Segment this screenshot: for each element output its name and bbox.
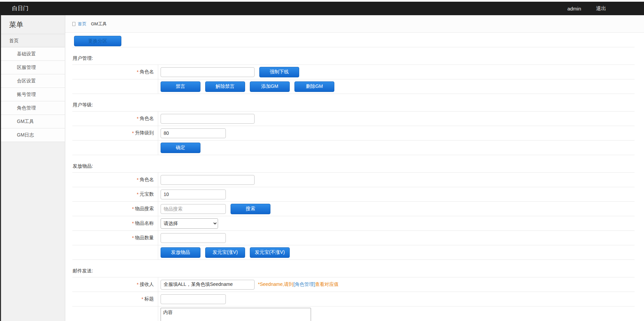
- sidebar: 菜单 首页 基础设置区服管理合区设置账号管理角色管理GM工具GM日志: [0, 15, 65, 321]
- add-gm-button[interactable]: 添加GM: [250, 81, 290, 92]
- mail-content-textarea[interactable]: [161, 308, 311, 321]
- target-level-input[interactable]: [161, 128, 226, 138]
- breadcrumb-home-link[interactable]: 首页: [78, 21, 87, 27]
- topbar-username[interactable]: admin: [567, 6, 581, 11]
- required-asterisk: *: [137, 192, 139, 197]
- required-asterisk: *: [132, 206, 134, 212]
- logout-link[interactable]: 退出: [596, 5, 606, 12]
- field-content: 禁言解除禁言添加GM删除GM: [158, 79, 635, 94]
- section-grant-items: 发放物品:*角色名*元宝数*物品搜索搜索*物品名称请选择*物品数量发放物品发元宝…: [72, 163, 635, 260]
- form-row: *物品搜索搜索: [72, 202, 635, 216]
- grant-yuanbao-novip-button[interactable]: 发元宝(不涨V): [250, 247, 290, 258]
- field-label: [72, 245, 158, 260]
- field-content: [158, 292, 635, 306]
- sidebar-item-role-management[interactable]: 角色管理: [1, 101, 65, 115]
- seedname-hint: *Seedname,请到[角色管理]查看对应值: [258, 281, 339, 288]
- unmute-button[interactable]: 解除禁言: [205, 81, 245, 92]
- sidebar-item-basic-settings[interactable]: 基础设置: [1, 47, 65, 61]
- field-label: [72, 306, 158, 321]
- sidebar-item-gm-logs[interactable]: GM日志: [1, 128, 65, 142]
- required-asterisk: *: [137, 116, 139, 121]
- field-content: 发放物品发元宝(涨V)发元宝(不涨V): [158, 245, 635, 260]
- delete-gm-button[interactable]: 删除GM: [294, 81, 334, 92]
- field-content: [158, 126, 635, 140]
- topbar: 白日门 admin 退出: [0, 2, 644, 15]
- field-label: *角色名: [72, 65, 158, 79]
- grant-item-button[interactable]: 发放物品: [161, 247, 200, 258]
- field-content: [158, 231, 635, 245]
- field-label: *元宝数: [72, 187, 158, 201]
- main-content: 首页 GM工具 更换分区 用户管理:*角色名强制下线禁言解除禁言添加GM删除GM…: [65, 15, 644, 321]
- section-title-grant-items: 发放物品:: [73, 163, 635, 169]
- mail-recipient-input[interactable]: [161, 280, 255, 290]
- toolbar: 更换分区: [72, 36, 635, 47]
- field-content: [158, 112, 635, 126]
- sidebar-item-account-management[interactable]: 账号管理: [1, 88, 65, 101]
- sidebar-item-home[interactable]: 首页: [1, 34, 65, 47]
- required-asterisk: *: [137, 282, 139, 287]
- form-row: *角色名强制下线: [72, 65, 635, 79]
- field-content: [158, 187, 635, 201]
- section-title-user-management: 用户管理:: [73, 55, 635, 61]
- breadcrumb: 首页 GM工具: [65, 15, 644, 33]
- section-title-user-level: 用户等级:: [73, 102, 635, 108]
- required-asterisk: *: [142, 296, 143, 302]
- item-role-name-input[interactable]: [161, 175, 255, 185]
- field-label: *物品名称: [72, 216, 158, 230]
- yuanbao-amount-input[interactable]: [161, 190, 226, 199]
- breadcrumb-current: GM工具: [91, 21, 107, 27]
- ban-role-name-input[interactable]: [161, 67, 255, 77]
- mute-button[interactable]: 禁言: [161, 81, 200, 92]
- change-zone-button[interactable]: 更换分区: [74, 36, 121, 46]
- field-content: 确定: [158, 141, 635, 155]
- sidebar-item-merge-settings[interactable]: 合区设置: [1, 74, 65, 88]
- required-asterisk: *: [132, 235, 134, 241]
- form-row: 禁言解除禁言添加GM删除GM: [72, 79, 635, 94]
- field-content: 请选择: [158, 216, 635, 230]
- form-row: *角色名: [72, 112, 635, 126]
- item-search-input[interactable]: [161, 204, 226, 214]
- required-asterisk: *: [132, 130, 134, 136]
- form-row: *升降级到: [72, 126, 635, 141]
- topbar-right: admin 退出: [567, 5, 644, 12]
- level-role-name-input[interactable]: [161, 114, 255, 124]
- required-asterisk: *: [137, 177, 139, 182]
- mail-title-input[interactable]: [161, 294, 226, 304]
- section-title-mail-send: 邮件发送:: [73, 268, 635, 274]
- form-row: 发放物品发元宝(涨V)发元宝(不涨V): [72, 245, 635, 260]
- field-label: *角色名: [72, 112, 158, 126]
- field-label: *升降级到: [72, 126, 158, 140]
- field-label: [72, 141, 158, 155]
- sidebar-item-gm-tools[interactable]: GM工具: [1, 115, 65, 128]
- field-label: *物品搜索: [72, 202, 158, 216]
- confirm-level-button[interactable]: 确定: [161, 143, 200, 153]
- field-content: *Seedname,请到[角色管理]查看对应值: [158, 277, 635, 292]
- section-user-management: 用户管理:*角色名强制下线禁言解除禁言添加GM删除GM: [72, 55, 635, 94]
- form-row: *元宝数: [72, 187, 635, 202]
- search-button[interactable]: 搜索: [231, 204, 270, 214]
- section-mail-send: 邮件发送:*接收人*Seedname,请到[角色管理]查看对应值*标题: [72, 268, 635, 321]
- content-area: 更换分区 用户管理:*角色名强制下线禁言解除禁言添加GM删除GM用户等级:*角色…: [65, 33, 644, 321]
- item-name-select[interactable]: 请选择: [161, 218, 218, 229]
- form-sections: 用户管理:*角色名强制下线禁言解除禁言添加GM删除GM用户等级:*角色名*升降级…: [72, 55, 635, 321]
- form-row: *标题: [72, 292, 635, 306]
- field-label: [72, 79, 158, 94]
- form-row: [72, 306, 635, 321]
- grant-yuanbao-vip-button[interactable]: 发元宝(涨V): [205, 247, 245, 258]
- field-content: [158, 306, 635, 321]
- form-row: *角色名: [72, 173, 635, 187]
- brand-title: 白日门: [0, 5, 28, 12]
- field-content: 强制下线: [158, 65, 635, 79]
- home-icon: [72, 22, 75, 26]
- field-content: [158, 173, 635, 187]
- field-label: *标题: [72, 292, 158, 306]
- sidebar-item-zone-management[interactable]: 区服管理: [1, 61, 65, 74]
- field-label: *物品数量: [72, 231, 158, 245]
- form-row: 确定: [72, 141, 635, 155]
- sidebar-items: 基础设置区服管理合区设置账号管理角色管理GM工具GM日志: [1, 47, 65, 142]
- item-quantity-input[interactable]: [161, 233, 226, 243]
- sidebar-title: 菜单: [1, 15, 65, 34]
- page: 白日门 admin 退出 菜单 首页 基础设置区服管理合区设置账号管理角色管理G…: [0, 0, 644, 321]
- force-offline-button[interactable]: 强制下线: [259, 67, 299, 77]
- field-label: *接收人: [72, 277, 158, 292]
